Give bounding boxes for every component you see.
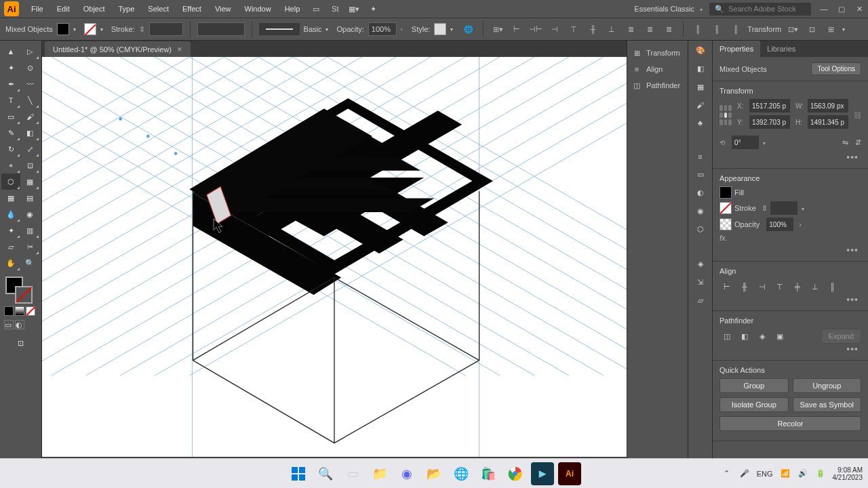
chevron-down-icon[interactable]: ▾ bbox=[842, 26, 849, 33]
store-icon[interactable]: 🛍️ bbox=[477, 462, 500, 485]
y-input[interactable] bbox=[749, 115, 790, 129]
arrange-icon[interactable]: ▦▾ bbox=[347, 2, 361, 16]
selection-tool[interactable]: ▲ bbox=[1, 43, 20, 60]
volume-icon[interactable]: 🔊 bbox=[797, 468, 808, 479]
more-options-icon[interactable]: ••• bbox=[719, 294, 861, 305]
style-swatch[interactable] bbox=[434, 23, 446, 35]
menu-file[interactable]: File bbox=[24, 2, 50, 16]
chevron-down-icon[interactable]: ▾ bbox=[100, 26, 107, 33]
color-guide-icon[interactable]: ◧ bbox=[697, 64, 704, 73]
align-top-icon[interactable]: ⊤ bbox=[566, 22, 581, 37]
dist-right-icon[interactable]: ║ bbox=[728, 22, 743, 37]
chevron-right-icon[interactable]: › bbox=[401, 26, 408, 33]
change-screen-icon[interactable]: ◐ bbox=[15, 320, 24, 329]
transform-panel-button[interactable]: ⊞Transform bbox=[630, 45, 685, 61]
curvature-tool[interactable]: 〰 bbox=[20, 76, 39, 92]
menu-select[interactable]: Select bbox=[141, 2, 176, 16]
direct-selection-tool[interactable]: ▷ bbox=[20, 43, 39, 60]
stroke-weight-input[interactable] bbox=[149, 22, 183, 36]
symbol-sprayer-tool[interactable]: ✦ bbox=[1, 222, 20, 239]
align-vcenter-icon[interactable]: ╫ bbox=[585, 22, 600, 37]
brushes-icon[interactable]: 🖌 bbox=[696, 101, 704, 109]
reference-point-selector[interactable] bbox=[719, 105, 732, 125]
illustrator-icon[interactable]: Ai bbox=[558, 462, 581, 485]
mesh-tool[interactable]: ▦ bbox=[1, 190, 20, 206]
align-hcenter-icon[interactable]: ⊣⊢ bbox=[528, 22, 543, 37]
canvas[interactable]: + bbox=[42, 57, 627, 457]
paintbrush-tool[interactable]: 🖌 bbox=[20, 108, 39, 125]
more-options-icon[interactable]: ••• bbox=[719, 245, 861, 256]
start-button[interactable] bbox=[287, 462, 310, 485]
globe-icon[interactable]: 🌐 bbox=[461, 22, 476, 37]
chevron-up-icon[interactable]: ⌃ bbox=[722, 468, 732, 479]
artboard-tool[interactable]: ▱ bbox=[1, 239, 20, 255]
appearance-icon[interactable]: ◉ bbox=[697, 207, 704, 216]
wifi-icon[interactable]: 📶 bbox=[780, 468, 791, 479]
search-stock-input[interactable]: 🔍 Search Adobe Stock bbox=[709, 3, 811, 16]
tab-properties[interactable]: Properties bbox=[713, 41, 760, 57]
menu-view[interactable]: View bbox=[208, 2, 238, 16]
hand-tool[interactable]: ✋ bbox=[1, 255, 20, 271]
fx-icon[interactable]: fx. bbox=[719, 234, 728, 242]
fill-swatch[interactable] bbox=[719, 186, 732, 199]
more-options-icon[interactable]: ••• bbox=[719, 152, 861, 163]
align-right-icon[interactable]: ⊣ bbox=[547, 22, 562, 37]
eyedropper-tool[interactable]: 💧 bbox=[1, 206, 20, 222]
battery-icon[interactable]: 🔋 bbox=[815, 468, 826, 479]
align-top-icon[interactable]: ⊤ bbox=[772, 279, 787, 294]
app-icon-1[interactable]: ◉ bbox=[395, 462, 418, 485]
doc-icon[interactable]: St bbox=[328, 2, 342, 16]
folder-icon[interactable]: 📂 bbox=[422, 462, 446, 485]
magic-wand-tool[interactable]: ✦ bbox=[1, 60, 20, 76]
document-tab[interactable]: Untitled-1* @ 50% (CMYK/Preview) × bbox=[45, 41, 191, 57]
gpu-icon[interactable]: ▭ bbox=[309, 2, 323, 16]
gradient-mode-icon[interactable] bbox=[15, 306, 24, 316]
stroke-color-box[interactable] bbox=[15, 286, 33, 304]
w-input[interactable] bbox=[808, 99, 848, 113]
menu-help[interactable]: Help bbox=[278, 2, 307, 16]
stroke-stepper[interactable]: ⇕ bbox=[762, 204, 768, 213]
chevron-right-icon[interactable]: › bbox=[799, 220, 802, 228]
link-icon[interactable]: ⛓ bbox=[854, 111, 861, 119]
screen-mode-icon[interactable]: ▭ bbox=[4, 320, 14, 329]
chevron-down-icon[interactable]: ▾ bbox=[73, 26, 80, 33]
stroke-stepper[interactable]: ⇕ bbox=[139, 25, 145, 34]
menu-object[interactable]: Object bbox=[77, 2, 112, 16]
menu-edit[interactable]: Edit bbox=[50, 2, 77, 16]
isolate-group-button[interactable]: Isolate Group bbox=[719, 397, 789, 412]
maximize-button[interactable]: ▢ bbox=[837, 4, 846, 14]
rectangle-tool[interactable]: ▭ bbox=[1, 108, 20, 125]
scale-tool[interactable]: ⤢ bbox=[20, 141, 39, 157]
h-input[interactable] bbox=[808, 115, 848, 129]
dist-top-icon[interactable]: ≣ bbox=[623, 22, 638, 37]
angle-input[interactable] bbox=[732, 136, 759, 149]
brush-line[interactable] bbox=[259, 23, 300, 35]
edit-toolbar-button[interactable]: ⊡ bbox=[12, 335, 31, 351]
zoom-tool[interactable]: 🔍 bbox=[20, 255, 39, 271]
transform-label[interactable]: Transform bbox=[747, 25, 781, 33]
unite-icon[interactable]: ◫ bbox=[719, 329, 734, 344]
chevron-down-icon[interactable] bbox=[762, 138, 766, 146]
align-left-icon[interactable]: ⊢ bbox=[509, 22, 524, 37]
select-similar-icon[interactable]: ⊞ bbox=[823, 22, 838, 37]
lasso-tool[interactable]: ⊙ bbox=[20, 60, 39, 76]
rotate-tool[interactable]: ↻ bbox=[1, 141, 20, 157]
dist-hcenter-icon[interactable]: ║ bbox=[709, 22, 724, 37]
graphic-styles-icon[interactable]: ⬡ bbox=[697, 225, 704, 234]
exclude-icon[interactable]: ▣ bbox=[772, 329, 787, 344]
line-tool[interactable]: ╲ bbox=[20, 92, 39, 108]
close-tab-icon[interactable]: × bbox=[177, 44, 182, 54]
width-tool[interactable]: ⌖ bbox=[1, 157, 20, 174]
close-button[interactable]: ✕ bbox=[854, 4, 864, 14]
stroke-weight-input[interactable] bbox=[770, 201, 797, 215]
stroke-panel-icon[interactable]: ≡ bbox=[698, 152, 702, 161]
transparency-icon[interactable]: ◐ bbox=[697, 188, 704, 197]
flip-h-icon[interactable]: ⇋ bbox=[842, 138, 848, 147]
file-explorer-icon[interactable]: 📁 bbox=[368, 462, 391, 485]
fill-stroke-control[interactable] bbox=[5, 277, 33, 304]
stroke-swatch[interactable] bbox=[719, 202, 732, 214]
free-transform-tool[interactable]: ⊡ bbox=[20, 157, 39, 174]
shaper-tool[interactable]: ✎ bbox=[1, 125, 20, 141]
group-button[interactable]: Group bbox=[719, 378, 789, 393]
ungroup-button[interactable]: Ungroup bbox=[793, 378, 862, 393]
